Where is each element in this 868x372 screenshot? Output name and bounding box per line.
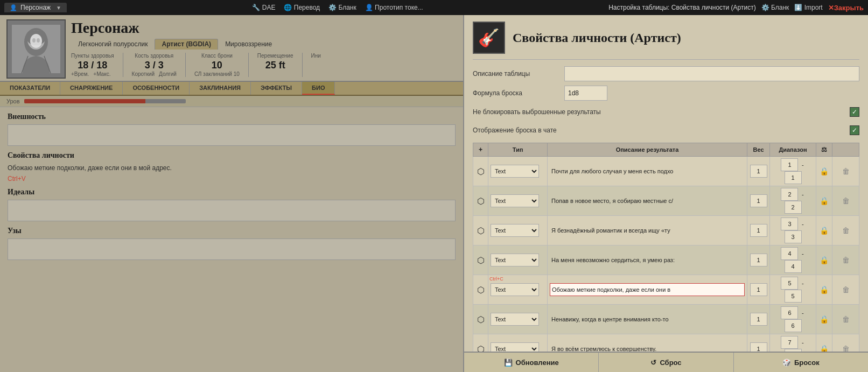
- tab-close-icon[interactable]: ▼: [56, 5, 61, 11]
- roll-formula-input[interactable]: [564, 86, 607, 101]
- roll-label: Бросок: [794, 359, 820, 367]
- type-select[interactable]: Text: [491, 254, 539, 266]
- update-btn[interactable]: 💾 Обновление: [464, 353, 599, 372]
- type-select[interactable]: Text: [491, 283, 539, 296]
- weight-input[interactable]: [750, 313, 767, 326]
- range-end-input[interactable]: [785, 230, 802, 243]
- desc-input[interactable]: [550, 342, 745, 352]
- desc-input[interactable]: [550, 224, 745, 237]
- trash-icon[interactable]: 🗑: [842, 167, 850, 176]
- lock-icon[interactable]: 🔒: [820, 285, 829, 294]
- trash-icon[interactable]: 🗑: [842, 345, 850, 352]
- type-select[interactable]: Text: [491, 194, 539, 207]
- tab-equipment[interactable]: СНАРЯЖЕНИЕ: [60, 82, 123, 95]
- subclass-tab-class[interactable]: Артист (BGDIA): [155, 39, 218, 50]
- ideals-content: [8, 200, 456, 221]
- show-in-chat-checkbox[interactable]: ✓: [850, 125, 859, 135]
- row-actions-cell: 🗑: [832, 305, 859, 334]
- range-start-input[interactable]: [781, 158, 798, 171]
- range-start-input[interactable]: [781, 306, 798, 319]
- th-description: Описание результата: [548, 143, 747, 157]
- row-type-cell: Text: [488, 216, 548, 245]
- bonds-content: [8, 238, 456, 260]
- char-header: Персонаж Легконогий полурослик Артист (B…: [0, 15, 463, 81]
- row-desc-cell: [548, 216, 747, 245]
- subclass-tab-race[interactable]: Легконогий полурослик: [71, 39, 155, 50]
- reset-label: Сброс: [660, 359, 681, 367]
- weight-input[interactable]: [750, 254, 767, 266]
- range-end-input[interactable]: [785, 260, 802, 273]
- tab-features[interactable]: ОСОБЕННОСТИ: [123, 82, 190, 95]
- row-range-cell: -: [770, 334, 816, 352]
- translate-btn[interactable]: 🌐 Перевод: [284, 4, 320, 11]
- dialog-blank-btn[interactable]: ⚙️ Бланк: [761, 4, 789, 11]
- desc-input[interactable]: [550, 283, 745, 296]
- desc-input[interactable]: [550, 254, 745, 266]
- tab-effects[interactable]: ЭФФЕКТЫ: [251, 82, 302, 95]
- type-select[interactable]: Text: [491, 224, 539, 237]
- subclass-tab-alignment[interactable]: Мировоззрение: [218, 39, 279, 50]
- row-desc-cell: [548, 334, 747, 352]
- lock-icon[interactable]: 🔒: [820, 167, 829, 176]
- lock-icon[interactable]: 🔒: [820, 226, 829, 235]
- weight-input[interactable]: [750, 283, 767, 296]
- trash-icon[interactable]: 🗑: [842, 285, 850, 294]
- weight-input[interactable]: [750, 194, 767, 207]
- reset-btn[interactable]: ↺ Сброс: [599, 353, 733, 372]
- type-select[interactable]: Text: [491, 313, 539, 326]
- no-block-row: Не блокировать выброшенные результаты ✓: [473, 105, 859, 119]
- trash-icon[interactable]: 🗑: [842, 226, 850, 235]
- row-dice-cell: ⬡: [473, 216, 488, 245]
- weight-input[interactable]: [750, 342, 767, 352]
- weight-input[interactable]: [750, 165, 767, 178]
- desc-input[interactable]: [550, 313, 745, 326]
- weight-input[interactable]: [750, 224, 767, 237]
- tab-indicators[interactable]: ПОКАЗАТЕЛИ: [0, 82, 60, 95]
- range-end-input[interactable]: [785, 290, 802, 303]
- table-desc-input[interactable]: [564, 66, 859, 81]
- range-start-input[interactable]: [781, 247, 798, 260]
- ac-label: Класс брони: [194, 53, 240, 59]
- title-bar-tools: 🔧 DAE 🌐 Перевод ⚙️ Бланк 👤 Прототип токе…: [72, 4, 603, 11]
- desc-input[interactable]: [550, 165, 745, 178]
- range-end-input[interactable]: [785, 171, 802, 184]
- dialog-title-in-bar: Настройка таблицы: Свойства личности (Ар…: [608, 4, 864, 12]
- lock-icon[interactable]: 🔒: [820, 315, 829, 324]
- range-start-input[interactable]: [781, 188, 798, 201]
- roll-btn[interactable]: 🎲 Бросок: [734, 353, 868, 372]
- row-weight-cell: [747, 216, 770, 245]
- tab-bio[interactable]: БИО: [302, 82, 335, 95]
- roll-formula-label: Формула броска: [473, 89, 559, 97]
- th-add[interactable]: +: [473, 143, 488, 157]
- type-select[interactable]: Text: [491, 165, 539, 178]
- range-end-input[interactable]: [785, 319, 802, 332]
- lock-icon[interactable]: 🔒: [820, 256, 829, 264]
- range-end-input[interactable]: [785, 201, 802, 214]
- trash-icon[interactable]: 🗑: [842, 256, 850, 264]
- range-start-input[interactable]: [781, 217, 798, 230]
- range-start-input[interactable]: [781, 336, 798, 349]
- trash-icon[interactable]: 🗑: [842, 315, 850, 324]
- prototype-btn[interactable]: 👤 Прототип токе...: [365, 4, 423, 11]
- blank-btn[interactable]: ⚙️ Бланк: [328, 4, 356, 11]
- dialog-import-btn[interactable]: ⬇️ Import: [794, 4, 822, 11]
- row-actions-cell: 🗑: [832, 216, 859, 245]
- tab-spells[interactable]: ЗАКЛИНАНИЯ: [190, 82, 251, 95]
- range-start-input[interactable]: [781, 277, 798, 290]
- row-actions-cell: 🗑: [832, 245, 859, 275]
- dialog-close-btn[interactable]: ✕Закрыть: [828, 4, 864, 12]
- dice-icon: ⬡: [477, 167, 485, 176]
- dae-btn[interactable]: 🔧 DAE: [252, 4, 275, 11]
- roll-formula-row: Формула броска: [473, 86, 859, 101]
- trash-icon[interactable]: 🗑: [842, 196, 850, 205]
- character-tab[interactable]: 👤 Персонаж ▼: [4, 3, 67, 12]
- row-actions-cell: 🗑: [832, 275, 859, 305]
- lock-icon[interactable]: 🔒: [820, 196, 829, 205]
- dialog-title-label: Настройка таблицы: Свойства личности (Ар…: [608, 4, 756, 11]
- lock-icon[interactable]: 🔒: [820, 345, 829, 352]
- desc-input[interactable]: [550, 194, 745, 207]
- type-select[interactable]: Text: [491, 342, 539, 352]
- hp-block: Пункты здоровья 18 / 18 +Врем. +Макс.: [71, 53, 114, 77]
- table-row: ⬡ Text - 🔒 🗑: [473, 245, 859, 275]
- no-block-checkbox[interactable]: ✓: [850, 107, 859, 117]
